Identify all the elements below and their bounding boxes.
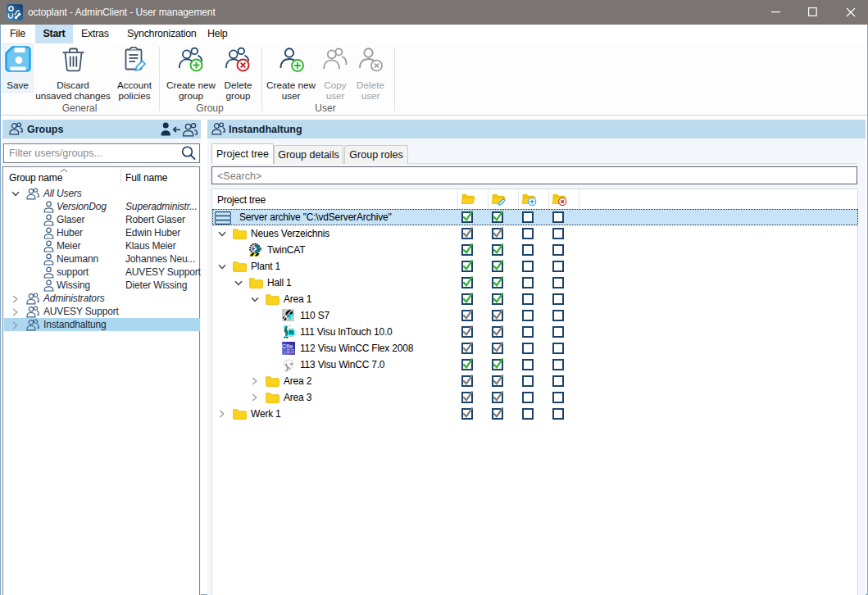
svg-text:ES: ES	[287, 348, 295, 354]
